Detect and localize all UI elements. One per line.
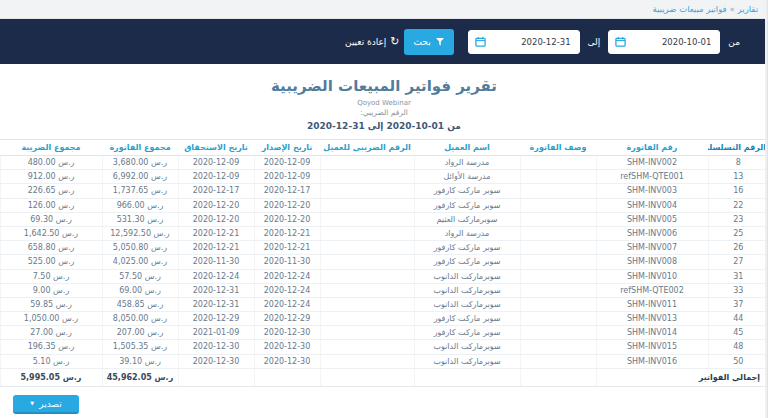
reset-icon: ↻ [390,36,399,47]
totals-row: إجمالي الفواتير 45,962.05 ر.س 5,995.05 ر… [0,368,768,386]
breadcrumb: تقارير » فواتير مبيعات ضريبية [0,0,768,19]
from-date-wrap [608,30,720,54]
report-heading: تقرير فواتير المبيعات الضريبية Qoyod Web… [0,64,768,131]
filter-bar: من إلى بحث ↻ إعادة تعيين [0,19,768,64]
column-header: وصف الفاتورة [520,140,596,156]
total-invoice-amount: 45,962.05 ر.س [102,368,178,386]
page-title: تقرير فواتير المبيعات الضريبية [0,77,768,95]
column-header: تاريخ الاستحقاق [178,140,254,156]
table-row: 16SHM-INV003سوبر ماركت كارفور2020-12-172… [0,184,768,198]
column-header: مجموع الفاتورة [102,140,178,156]
tax-number-label: الرقم الضريبي: [0,108,768,117]
export-button-label: تصدير [39,399,62,409]
calendar-icon [615,36,626,47]
table-row: 48SHM-INV015سوبرماركت الدانوب2020-12-302… [0,340,768,354]
table-row: 31SHM-INV010سوبرماركت الدانوب2020-12-242… [0,269,768,283]
table-row: 13refSHM-QTE001مدرسة الأوائل2020-12-0920… [0,170,768,184]
table-body: 8SHM-INV002مدرسة الرواد2020-12-092020-12… [0,156,768,369]
search-button-label: بحث [414,37,431,47]
table-row: 23SHM-INV005سوبرماركت العثيم2020-12-2020… [0,212,768,226]
reset-button[interactable]: ↻ إعادة تعيين [345,36,400,47]
company-name: Qoyod Webinar [0,99,768,107]
from-label: من [728,37,740,47]
totals-label: إجمالي الفواتير [596,368,768,386]
total-tax-amount: 5,995.05 ر.س [0,368,102,386]
column-header: اسم العميل [414,140,520,156]
breadcrumb-current-page: فواتير مبيعات ضريبية [652,4,726,14]
export-button[interactable]: تصدير ▼ [13,395,79,414]
invoices-table: الرقم التسلسليرقم الفاتورةوصف الفاتورةاس… [0,139,768,387]
column-header: رقم الفاتورة [596,140,708,156]
table-row: 50SHM-INV016سوبرماركت الدانوب2020-12-302… [0,354,768,368]
column-header: الرقم الضريبي للعميل [320,140,414,156]
report-period: من 01-10-2020 إلى 31-12-2020 [0,121,768,131]
column-header: الرقم التسلسلي [708,140,768,156]
to-label: إلى [588,37,601,47]
table-row: 44SHM-INV013سوبر ماركت كارفور2020-12-292… [0,312,768,326]
table-row: 27SHM-INV008سوبر ماركت كارفور2020-11-302… [0,255,768,269]
calendar-icon [475,36,486,47]
table-row: 26SHM-INV007سوبر ماركت كارفور2020-12-212… [0,241,768,255]
search-button[interactable]: بحث [404,29,454,55]
breadcrumb-link-reports[interactable]: تقارير [738,4,758,14]
table-row: 37SHM-INV011سوبرماركت الدانوب2020-12-242… [0,297,768,311]
caret-down-icon: ▼ [30,401,34,406]
table-row: 8SHM-INV002مدرسة الرواد2020-12-092020-12… [0,156,768,170]
filter-funnel-icon [436,38,444,46]
table-header-row: الرقم التسلسليرقم الفاتورةوصف الفاتورةاس… [0,140,768,156]
table-row: 25SHM-INV006مدرسة الرواد2020-12-212020-1… [0,226,768,240]
table-row: 33refSHM-QTE002سوبرماركت الدانوب2020-12-… [0,283,768,297]
reset-button-label: إعادة تعيين [345,37,386,47]
breadcrumb-separator: » [730,5,735,14]
to-date-wrap [468,30,580,54]
column-header: تاريخ الإصدار [254,140,320,156]
table-row: 22SHM-INV004سوبر ماركت كارفور2020-12-202… [0,198,768,212]
column-header: مجموع الضريبة [0,140,102,156]
table-row: 45SHM-INV014سوبر ماركت كارفور2020-12-302… [0,326,768,340]
